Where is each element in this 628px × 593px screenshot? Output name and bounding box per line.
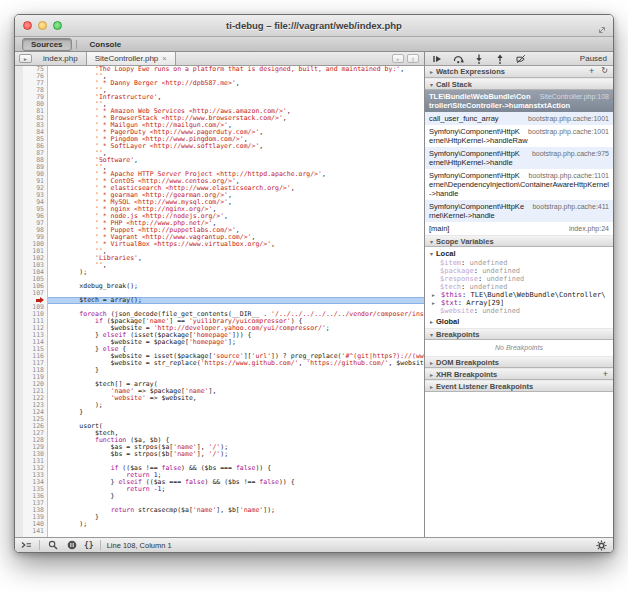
debugger-controls: Paused	[425, 52, 613, 65]
scope-variable: $package: undefined	[425, 267, 613, 275]
scope-label: Global	[436, 317, 459, 326]
call-stack-frame-selected[interactable]: SiteController.php:108TLE\Bundle\WebBund…	[425, 90, 613, 112]
file-tab-label: SiteController.php	[95, 54, 159, 63]
gear-icon[interactable]	[595, 539, 608, 551]
variable-value: undefined	[470, 259, 508, 267]
step-out-button[interactable]	[494, 53, 506, 64]
call-stack-frame[interactable]: bootstrap.php.cache:1001Symfony\Componen…	[425, 125, 613, 147]
variable-value: TLE\Bundle\WebBundle\Controller\	[471, 291, 606, 299]
navigator-toggle-icon[interactable]: ▸	[19, 54, 32, 63]
variable-name: $website	[440, 307, 474, 315]
fullscreen-icon[interactable]	[597, 21, 607, 39]
chevron-down-icon: ▾	[430, 331, 433, 338]
pause-circle-icon[interactable]	[65, 539, 78, 551]
tab-sources[interactable]: Sources	[22, 38, 72, 51]
scope-variable: $tech: undefined	[425, 283, 613, 291]
resume-button[interactable]	[431, 53, 443, 64]
chevron-right-icon[interactable]: ▸	[432, 300, 438, 306]
call-stack-frame[interactable]: index.php:24[main]	[425, 222, 613, 235]
sidebar-empty-space	[425, 392, 613, 537]
debugger-status: Paused	[580, 54, 607, 63]
scope-global-row[interactable]: ▸ Global	[425, 315, 613, 327]
refresh-watch-icon[interactable]: ↻	[601, 67, 608, 76]
scope-variables: ▾ Local $item: undefined$package: undefi…	[425, 247, 613, 328]
tab-console[interactable]: Console	[81, 38, 131, 51]
file-tab-index-php[interactable]: index.php	[35, 52, 86, 65]
step-over-button[interactable]	[452, 53, 464, 64]
close-window-button[interactable]	[23, 21, 32, 30]
chevron-right-icon[interactable]: ▸	[432, 292, 438, 298]
disable-breakpoints-button[interactable]	[515, 53, 527, 64]
code-line: return strcasecmp($a['name'], $b['name']…	[48, 507, 424, 514]
scope-variable: $response: undefined	[425, 275, 613, 283]
scope-variable[interactable]: ▸$this: TLE\Bundle\WebBundle\Controller\	[425, 291, 613, 299]
add-xhr-breakpoint-icon[interactable]: +	[603, 370, 608, 379]
frame-function: Symfony\Component\HttpKernel\HttpKernel-…	[429, 149, 520, 167]
titlebar[interactable]: ti-debug – file:///vagrant/web/index.php	[15, 15, 613, 37]
pretty-print-button[interactable]: {}	[84, 541, 94, 550]
file-tab-sitecontroller-php[interactable]: SiteController.php ×	[86, 52, 176, 65]
code-line: xdebug_break();	[48, 283, 424, 290]
variable-name: $item	[440, 259, 461, 267]
call-stack-frame[interactable]: bootstrap.php.cache:411Symfony\Component…	[425, 200, 613, 222]
section-call-stack[interactable]: ▾ Call Stack	[425, 78, 613, 90]
variable-name: $package	[440, 267, 474, 275]
code-pane[interactable]: 'The Loopy Ewe runs on a platform that i…	[48, 66, 424, 537]
call-stack-list: SiteController.php:108TLE\Bundle\WebBund…	[425, 90, 613, 235]
chevron-right-icon: ▸	[430, 383, 433, 390]
code-line	[48, 528, 424, 535]
variable-value: undefined	[482, 307, 520, 315]
section-title: Scope Variables	[436, 237, 494, 246]
call-stack-frame[interactable]: bootstrap.php.cache:975Symfony\Component…	[425, 147, 613, 169]
debugger-sidebar: ▸ Watch Expressions + ↻ ▾ Call Stack Sit…	[425, 66, 613, 537]
scope-variable: $item: undefined	[425, 259, 613, 267]
section-title: Breakpoints	[436, 330, 479, 339]
section-dom-breakpoints[interactable]: ▸ DOM Breakpoints	[425, 356, 613, 368]
code-line: }	[48, 367, 424, 374]
code-line: }	[48, 493, 424, 500]
chevron-right-icon: ▸	[430, 371, 433, 378]
local-vars: $item: undefined$package: undefined$resp…	[425, 259, 613, 315]
pane-toggle-b-icon[interactable]: ‖	[407, 54, 419, 63]
line-number[interactable]: 107	[23, 290, 47, 297]
section-event-listener-breakpoints[interactable]: ▸ Event Listener Breakpoints	[425, 380, 613, 392]
chevron-right-icon: ▸	[430, 359, 433, 366]
call-stack-frame[interactable]: bootstrap.php.cache:1001call_user_func_a…	[425, 112, 613, 125]
window-title: ti-debug – file:///vagrant/web/index.php	[15, 15, 613, 36]
section-watch-expressions[interactable]: ▸ Watch Expressions + ↻	[425, 66, 613, 78]
toolbar-separator	[76, 40, 77, 49]
variable-name: $this	[441, 291, 462, 299]
window-controls	[23, 21, 62, 30]
frame-location: bootstrap.php.cache:1101	[529, 171, 609, 180]
chevron-right-icon: ▸	[430, 68, 433, 75]
chevron-down-icon: ▾	[430, 238, 433, 245]
step-into-button[interactable]	[473, 53, 485, 64]
pane-toggle-a-icon[interactable]: ▸	[392, 54, 404, 63]
zoom-window-button[interactable]	[53, 21, 62, 30]
chevron-right-icon: ▸	[430, 318, 433, 325]
section-breakpoints[interactable]: ▾ Breakpoints	[425, 328, 613, 340]
no-breakpoints-message: No Breakpoints	[425, 340, 613, 356]
chevron-down-icon: ▾	[430, 81, 433, 88]
code-line: 'website' => $website,	[48, 395, 424, 402]
code-line: $website = str_replace('https://www.gith…	[48, 360, 424, 367]
variable-value: undefined	[482, 267, 520, 275]
console-toggle-icon[interactable]	[20, 539, 33, 551]
minimize-window-button[interactable]	[38, 21, 47, 30]
search-icon[interactable]	[46, 539, 59, 551]
frame-function: call_user_func_array	[429, 114, 499, 123]
add-watch-icon[interactable]: +	[589, 67, 594, 76]
variable-name: $tech	[440, 283, 461, 291]
scope-variable[interactable]: ▸$txt: Array[29]	[425, 299, 613, 307]
line-number[interactable]: 141	[23, 528, 47, 535]
code-line: );	[48, 521, 424, 528]
section-scope-variables[interactable]: ▾ Scope Variables	[425, 235, 613, 247]
call-stack-frame[interactable]: bootstrap.php.cache:1101Symfony\Componen…	[425, 169, 613, 200]
scope-local-row[interactable]: ▾ Local	[425, 247, 613, 259]
breakpoint-gutter[interactable]	[15, 66, 23, 537]
scope-variable: $website: undefined	[425, 307, 613, 315]
section-title: Call Stack	[436, 80, 472, 89]
close-tab-icon[interactable]: ×	[162, 54, 166, 63]
section-xhr-breakpoints[interactable]: ▸ XHR Breakpoints +	[425, 368, 613, 380]
section-title: Event Listener Breakpoints	[436, 382, 533, 391]
